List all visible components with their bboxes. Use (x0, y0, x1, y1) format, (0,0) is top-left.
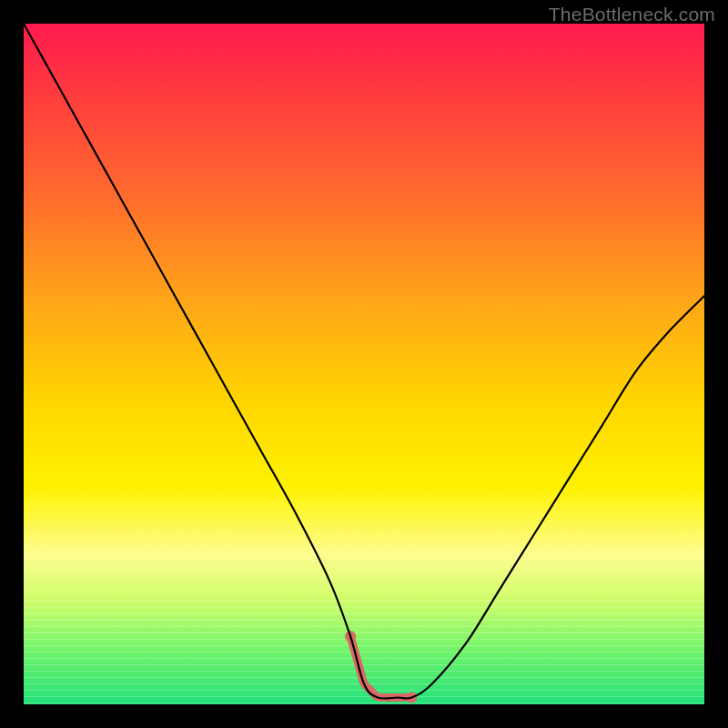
watermark-text: TheBottleneck.com (549, 4, 715, 25)
lowband-marker (345, 631, 417, 703)
chart-container: TheBottleneck.com (0, 0, 728, 728)
curve-layer (24, 24, 704, 704)
bottleneck-curve (24, 24, 704, 699)
plot-area (24, 24, 704, 704)
